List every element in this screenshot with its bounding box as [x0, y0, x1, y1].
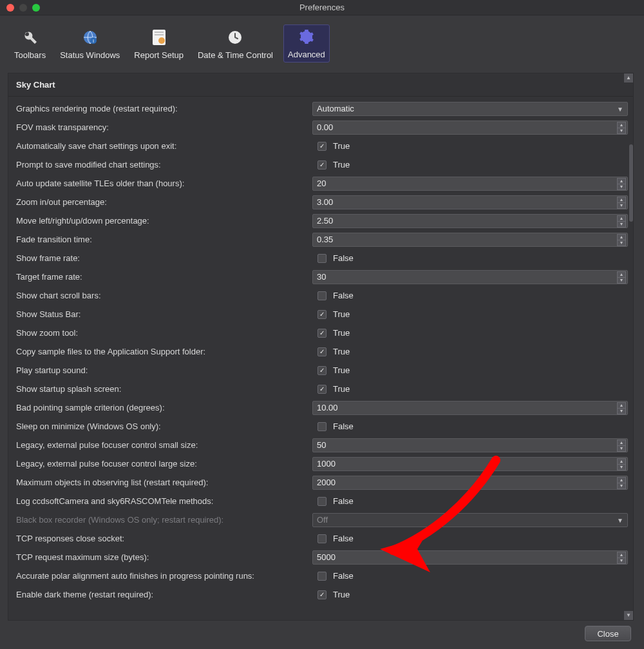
numeric-value: 30	[317, 272, 326, 282]
stepper-up-icon[interactable]: ▲	[617, 178, 626, 184]
numeric-input[interactable]: 10.00▲▼	[312, 401, 628, 415]
select-input[interactable]: Automatic▼	[312, 102, 628, 116]
checkbox-box[interactable]	[317, 160, 327, 170]
checkbox-input[interactable]: True	[312, 363, 628, 378]
document-icon	[150, 28, 168, 46]
stepper-up-icon[interactable]: ▲	[617, 477, 626, 483]
numeric-value: 50	[317, 440, 326, 450]
checkbox-box[interactable]	[317, 254, 327, 263]
numeric-value: 0.00	[317, 122, 333, 132]
checkbox-input[interactable]: True	[312, 307, 628, 322]
setting-row: Prompt to save modified chart settings:T…	[16, 155, 628, 174]
checkbox-input[interactable]: True	[312, 588, 628, 602]
checkbox-value-label: False	[333, 571, 354, 581]
checkbox-box[interactable]	[317, 310, 327, 319]
setting-label: Move left/right/up/down percentage:	[16, 216, 312, 226]
stepper-up-icon[interactable]: ▲	[617, 271, 626, 278]
tab-date-time-control[interactable]: Date & Time Control	[194, 26, 277, 63]
setting-row: Move left/right/up/down percentage:2.50▲…	[16, 211, 628, 230]
stepper-up-icon[interactable]: ▲	[617, 440, 626, 446]
stepper-down-icon[interactable]: ▼	[617, 409, 626, 414]
checkbox-box[interactable]	[317, 291, 327, 300]
checkbox-box[interactable]	[317, 385, 327, 394]
checkbox-box[interactable]	[317, 329, 327, 338]
stepper-up-icon[interactable]: ▲	[617, 122, 626, 128]
stepper-down-icon[interactable]: ▼	[617, 128, 626, 134]
tab-status-windows[interactable]: i Status Windows	[56, 26, 124, 63]
checkbox-input[interactable]: False	[312, 494, 628, 509]
tab-report-setup[interactable]: Report Setup	[130, 26, 187, 63]
numeric-value: 3.00	[317, 197, 333, 207]
numeric-input[interactable]: 5000▲▼	[312, 550, 628, 565]
stepper-up-icon[interactable]: ▲	[617, 458, 626, 465]
checkbox-value-label: True	[333, 328, 350, 338]
scrollbar-thumb[interactable]	[629, 144, 633, 222]
checkbox-value-label: True	[333, 347, 350, 356]
checkbox-value-label: False	[333, 421, 354, 431]
numeric-input[interactable]: 2000▲▼	[312, 476, 628, 490]
numeric-input[interactable]: 30▲▼	[312, 270, 628, 284]
stepper-up-icon[interactable]: ▲	[617, 197, 626, 203]
globe-icon: i	[81, 28, 99, 46]
stepper-up-icon[interactable]: ▲	[617, 215, 626, 222]
svg-rect-5	[155, 34, 164, 35]
checkbox-value-label: False	[333, 496, 354, 506]
tab-toolbars[interactable]: Toolbars	[10, 26, 50, 63]
checkbox-input[interactable]: False	[312, 251, 628, 266]
checkbox-input[interactable]: False	[312, 420, 628, 434]
numeric-input[interactable]: 0.35▲▼	[312, 233, 628, 247]
setting-row: Legacy, external pulse focuser control l…	[16, 454, 628, 473]
close-button[interactable]: Close	[585, 626, 631, 641]
setting-label: Auto update satellite TLEs older than (h…	[16, 179, 312, 188]
setting-row: Black box recorder (Windows OS only; res…	[16, 510, 628, 529]
checkbox-box[interactable]	[317, 347, 327, 356]
numeric-input[interactable]: 2.50▲▼	[312, 214, 628, 228]
stepper-up-icon[interactable]: ▲	[617, 234, 626, 240]
stepper-down-icon[interactable]: ▼	[617, 240, 626, 246]
numeric-input[interactable]: 1000▲▼	[312, 457, 628, 471]
scroll-up-button[interactable]: ▲	[624, 73, 633, 82]
checkbox-value-label: False	[333, 291, 354, 300]
setting-label: TCP responses close socket:	[16, 534, 312, 543]
numeric-input[interactable]: 50▲▼	[312, 438, 628, 452]
numeric-input[interactable]: 20▲▼	[312, 177, 628, 191]
checkbox-input[interactable]: True	[312, 382, 628, 396]
numeric-input[interactable]: 3.00▲▼	[312, 195, 628, 209]
stepper-down-icon[interactable]: ▼	[617, 278, 626, 284]
stepper-down-icon[interactable]: ▼	[617, 203, 626, 209]
setting-row: Fade transition time:0.35▲▼	[16, 230, 628, 249]
checkbox-input[interactable]: True	[312, 139, 628, 153]
setting-row: Auto update satellite TLEs older than (h…	[16, 174, 628, 193]
setting-label: Bad pointing sample criterion (degrees):	[16, 403, 312, 412]
setting-label: Legacy, external pulse focuser control l…	[16, 459, 312, 469]
checkbox-input[interactable]: True	[312, 158, 628, 172]
checkbox-box[interactable]	[317, 590, 327, 599]
scroll-down-button[interactable]: ▼	[624, 611, 633, 620]
checkbox-box[interactable]	[317, 422, 327, 431]
stepper-up-icon[interactable]: ▲	[617, 402, 626, 409]
stepper-down-icon[interactable]: ▼	[617, 483, 626, 489]
stepper-up-icon[interactable]: ▲	[617, 552, 626, 558]
stepper-down-icon[interactable]: ▼	[617, 184, 626, 190]
checkbox-box[interactable]	[317, 142, 327, 151]
stepper-down-icon[interactable]: ▼	[617, 558, 626, 564]
stepper-down-icon[interactable]: ▼	[617, 222, 626, 228]
stepper-down-icon[interactable]: ▼	[617, 465, 626, 470]
checkbox-input[interactable]: False	[312, 569, 628, 583]
numeric-value: 5000	[317, 552, 336, 562]
stepper-down-icon[interactable]: ▼	[617, 446, 626, 452]
checkbox-box[interactable]	[317, 534, 327, 543]
checkbox-box[interactable]	[317, 497, 327, 506]
numeric-input[interactable]: 0.00▲▼	[312, 121, 628, 135]
checkbox-box[interactable]	[317, 366, 327, 375]
checkbox-input[interactable]: True	[312, 345, 628, 359]
checkbox-input[interactable]: True	[312, 326, 628, 340]
setting-label: Zoom in/out percentage:	[16, 197, 312, 207]
tab-advanced[interactable]: Advanced	[283, 24, 330, 63]
setting-label: Enable dark theme (restart required):	[16, 590, 312, 599]
setting-row: Bad pointing sample criterion (degrees):…	[16, 398, 628, 417]
checkbox-box[interactable]	[317, 572, 327, 581]
checkbox-input[interactable]: False	[312, 289, 628, 303]
checkbox-input[interactable]: False	[312, 532, 628, 546]
window-title: Preferences	[0, 3, 644, 12]
